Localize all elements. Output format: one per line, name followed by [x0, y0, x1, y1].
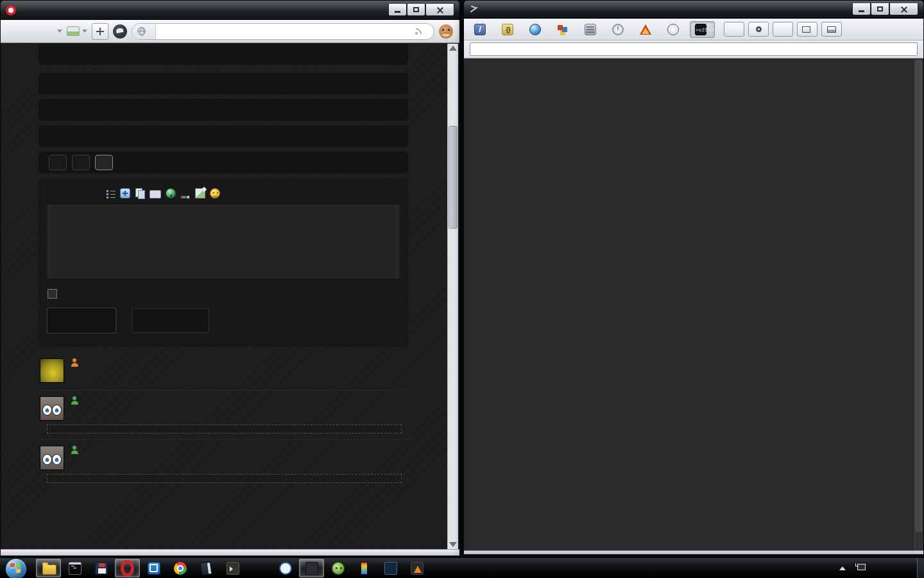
maximize-icon: [877, 6, 883, 12]
detach-layout-button[interactable]: [821, 22, 842, 37]
scrollbar-thumb[interactable]: [916, 60, 922, 532]
minimize-button[interactable]: [852, 3, 871, 15]
taskbar-php-editor[interactable]: [246, 559, 271, 577]
taskbar-photoshop[interactable]: [378, 559, 403, 577]
tab-errors[interactable]: [635, 22, 660, 37]
taskbar-save-tool[interactable]: [89, 559, 114, 577]
opera-titlebar[interactable]: [1, 1, 459, 20]
taskbar-gradient-app[interactable]: [352, 559, 377, 577]
taskbar-windows-explorer[interactable]: [36, 559, 61, 577]
close-button[interactable]: [425, 4, 454, 16]
minimize-button[interactable]: [388, 4, 407, 16]
window-bottom-frame: [1, 549, 459, 556]
forum-tools-bar: [38, 99, 408, 121]
site-security-badge[interactable]: [132, 24, 156, 39]
quoted-message: [47, 425, 402, 434]
start-button[interactable]: [4, 559, 27, 578]
avatar[interactable]: [40, 446, 64, 470]
taskbar-alert-app[interactable]: [404, 559, 429, 577]
debug-context-dropdown[interactable]: [470, 42, 918, 56]
scroll-up-icon[interactable]: [449, 46, 457, 51]
chrome-icon: [174, 562, 187, 575]
pagination-prev-button[interactable]: [49, 155, 67, 170]
avatar[interactable]: [40, 358, 64, 383]
taskbar-green-app[interactable]: [325, 559, 350, 577]
tab-console[interactable]: [690, 21, 715, 38]
insert-button[interactable]: [120, 188, 130, 198]
settings-button[interactable]: [748, 22, 769, 37]
taskbar-notebook[interactable]: [194, 559, 219, 577]
globe-icon: [529, 24, 541, 35]
php-code-button[interactable]: [150, 190, 161, 198]
remote-debug-button[interactable]: [773, 22, 793, 37]
avatar[interactable]: [40, 396, 64, 421]
dragonfly-icon: [469, 4, 479, 14]
list-button[interactable]: [107, 188, 116, 198]
console-scrollbar[interactable]: [914, 59, 923, 550]
stopwatch-icon: [612, 24, 624, 35]
pagination-page-1[interactable]: [72, 155, 90, 170]
command-line-button[interactable]: [724, 22, 744, 37]
palette-icon: [667, 24, 679, 35]
pagination-bar: [38, 152, 408, 173]
context-bar: [464, 40, 923, 58]
rss-icon[interactable]: [414, 27, 423, 36]
devtools-titlebar[interactable]: [464, 1, 923, 19]
taskbar-v-app[interactable]: [273, 559, 298, 577]
network-icon[interactable]: [855, 563, 867, 573]
gradient-app-icon: [361, 562, 368, 575]
taskbar-command-prompt[interactable]: [62, 559, 87, 577]
tab-utilities[interactable]: [662, 21, 687, 38]
minimize-icon: [395, 11, 400, 13]
location-button[interactable]: [166, 188, 176, 198]
tab-storage[interactable]: [579, 21, 604, 38]
page-scrollbar[interactable]: [447, 44, 458, 549]
message-textarea[interactable]: [47, 205, 399, 278]
notebook-icon: [200, 561, 213, 575]
tab-profiler[interactable]: [607, 21, 632, 38]
maxthon-icon: [148, 562, 160, 575]
smiley-button[interactable]: [210, 188, 220, 198]
close-button[interactable]: [889, 3, 918, 15]
opera-toolbar: [1, 20, 459, 43]
opera-turbo-icon[interactable]: [113, 24, 127, 39]
close-icon: [900, 6, 907, 13]
preview-button[interactable]: [132, 308, 209, 333]
php-icon: [252, 561, 266, 575]
reload-dropdown-icon[interactable]: [57, 30, 62, 33]
pagination-page-2-current[interactable]: [95, 155, 113, 170]
forum-page: [2, 44, 458, 549]
image-button[interactable]: [195, 188, 205, 198]
show-hidden-icons-chevron[interactable]: [839, 566, 846, 570]
add-button[interactable]: [92, 23, 108, 40]
font-color-button[interactable]: [180, 188, 191, 198]
taskbar-terminal[interactable]: [220, 559, 245, 577]
forum-breadcrumb-bar: [38, 73, 408, 94]
maximize-button[interactable]: [871, 3, 889, 15]
taskbar-opera[interactable]: [115, 559, 140, 577]
scroll-down-icon[interactable]: [449, 542, 457, 547]
show-desktop-button[interactable]: [917, 558, 924, 578]
window-select-button[interactable]: [797, 22, 817, 37]
maximize-button[interactable]: [407, 4, 425, 16]
attach-file-checkbox[interactable]: [47, 289, 57, 299]
forum-post: [38, 439, 408, 483]
reply-editor: [38, 178, 408, 347]
images-dropdown-icon[interactable]: [82, 30, 87, 33]
submit-button[interactable]: [47, 308, 116, 333]
console-prompt[interactable]: [465, 65, 923, 75]
tab-network[interactable]: [524, 21, 549, 38]
tab-scripts[interactable]: [497, 21, 522, 38]
tab-resources[interactable]: [552, 21, 577, 38]
userscript-monkey-icon[interactable]: [439, 24, 453, 39]
tab-documents[interactable]: [469, 21, 494, 38]
address-bar[interactable]: [132, 23, 434, 40]
taskbar-maxthon[interactable]: [141, 559, 166, 577]
taskbar-sublime-text[interactable]: [299, 559, 324, 577]
copy-button[interactable]: [135, 188, 145, 198]
taskbar-chrome[interactable]: [167, 559, 193, 577]
quoted-message: [47, 474, 402, 483]
terminal-icon: [227, 562, 239, 575]
scrollbar-thumb[interactable]: [449, 126, 458, 229]
images-toggle-icon[interactable]: [67, 26, 80, 36]
